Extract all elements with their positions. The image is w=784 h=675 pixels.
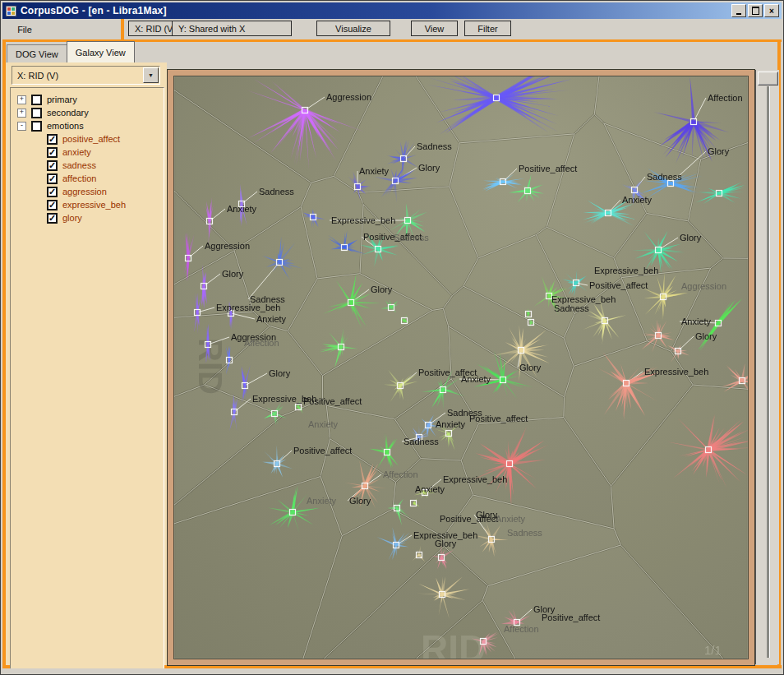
- tab-dog-view[interactable]: DOG View: [7, 44, 67, 62]
- filter-button[interactable]: Filter: [464, 21, 511, 36]
- tree-item-affection[interactable]: ✓affection: [11, 172, 164, 185]
- title-bar: CorpusDOG - [en - Libra1Max] ×: [2, 2, 782, 19]
- tree-item-sadness[interactable]: ✓sadness: [11, 159, 164, 172]
- close-button[interactable]: ×: [764, 4, 779, 17]
- view-button[interactable]: View: [411, 21, 458, 36]
- tree-label-emotions: emotions: [47, 121, 84, 131]
- galaxy-view-inner: [173, 76, 749, 659]
- tree-label-aggression: aggression: [62, 187, 107, 196]
- galaxy-view-frame: [167, 69, 755, 666]
- tree-item-secondary[interactable]: +secondary: [11, 106, 164, 119]
- zoom-slider-track[interactable]: [767, 86, 770, 658]
- zoom-slider-handle[interactable]: [758, 72, 778, 86]
- checkbox-affection[interactable]: ✓: [47, 173, 58, 184]
- toolbar: File X: RID (V) Y: Shared with X Visuali…: [2, 19, 782, 39]
- window-title: CorpusDOG - [en - Libra1Max]: [21, 5, 167, 16]
- window-controls: ×: [731, 4, 779, 17]
- app-icon: [6, 6, 16, 16]
- tab-galaxy-view[interactable]: Galaxy View: [67, 41, 135, 62]
- tree-label-positive_affect: positive_affect: [62, 134, 120, 144]
- visualize-button[interactable]: Visualize: [316, 21, 390, 36]
- minimize-icon: [736, 13, 741, 15]
- tree-label-anxiety: anxiety: [62, 147, 91, 157]
- category-tree: +primary+secondary-emotions✓positive_aff…: [10, 87, 164, 669]
- tree-item-emotions[interactable]: -emotions: [11, 119, 164, 132]
- checkbox-expressive_beh[interactable]: ✓: [47, 200, 58, 210]
- file-menu[interactable]: File: [9, 21, 40, 37]
- combobox-value: X: RID (V): [12, 71, 143, 81]
- checkbox-aggression[interactable]: ✓: [47, 187, 58, 197]
- toolbar-accent-separator: [121, 19, 124, 40]
- app-window: CorpusDOG - [en - Libra1Max] × File X: R…: [0, 0, 784, 675]
- minimize-button[interactable]: [731, 4, 746, 17]
- maximize-button[interactable]: [748, 4, 763, 17]
- tree-label-secondary: secondary: [47, 108, 89, 118]
- expand-icon-secondary[interactable]: +: [17, 109, 26, 118]
- axis-combobox[interactable]: X: RID (V) ▼: [12, 66, 160, 85]
- tree-item-primary[interactable]: +primary: [11, 93, 164, 106]
- zoom-slider: [755, 70, 779, 664]
- tab-strip: DOG View Galaxy View: [7, 42, 134, 62]
- close-icon: ×: [769, 7, 774, 15]
- sidebar: X: RID (V) ▼ +primary+secondary-emotions…: [6, 62, 167, 665]
- y-axis-box[interactable]: Y: Shared with X: [172, 21, 292, 36]
- tree-item-anxiety[interactable]: ✓anxiety: [11, 146, 164, 159]
- tree-item-expressive_beh[interactable]: ✓expressive_beh: [11, 198, 164, 211]
- checkbox-positive_affect[interactable]: ✓: [47, 134, 58, 145]
- checkbox-glory[interactable]: ✓: [47, 213, 58, 224]
- tree-label-sadness: sadness: [62, 160, 96, 170]
- tree-item-aggression[interactable]: ✓aggression: [11, 185, 164, 198]
- collapse-icon-emotions[interactable]: -: [17, 122, 26, 131]
- window-bottom-edge: [1, 668, 784, 675]
- tree-label-expressive_beh: expressive_beh: [62, 200, 126, 210]
- expand-icon-primary[interactable]: +: [17, 95, 26, 104]
- tree-label-glory: glory: [62, 213, 82, 223]
- tree-label-primary: primary: [47, 95, 77, 104]
- combobox-dropdown-button[interactable]: ▼: [143, 67, 159, 83]
- checkbox-emotions[interactable]: [31, 121, 42, 132]
- galaxy-canvas[interactable]: [174, 76, 748, 659]
- checkbox-primary[interactable]: [31, 95, 42, 105]
- tree-label-affection: affection: [62, 173, 96, 183]
- tree-item-glory[interactable]: ✓glory: [11, 211, 164, 224]
- checkbox-sadness[interactable]: ✓: [47, 160, 58, 171]
- tree-item-positive_affect[interactable]: ✓positive_affect: [11, 132, 164, 146]
- checkbox-anxiety[interactable]: ✓: [47, 147, 58, 158]
- maximize-icon: [752, 7, 759, 15]
- checkbox-secondary[interactable]: [31, 108, 42, 118]
- chevron-down-icon: ▼: [148, 72, 154, 78]
